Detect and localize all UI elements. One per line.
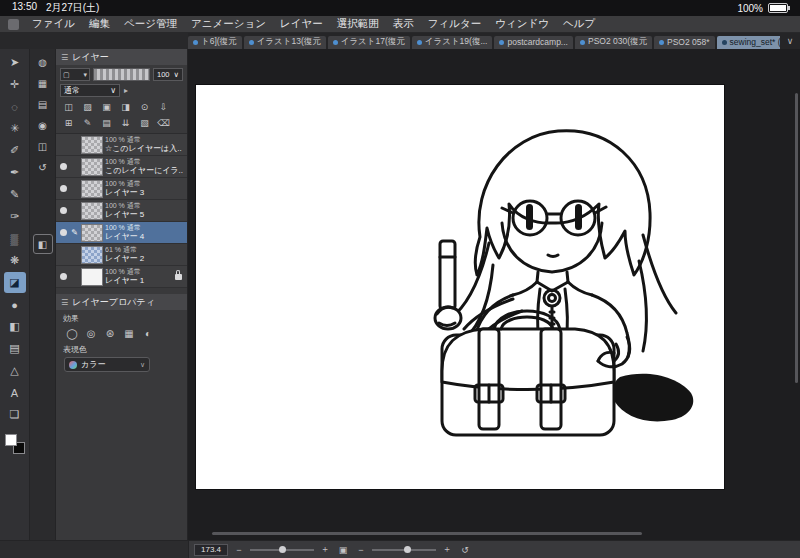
layer-thumbnail[interactable] <box>81 180 103 198</box>
layer-row[interactable]: 100 % 通常このレイヤーにイラ.. <box>56 156 187 178</box>
tone-effect-icon[interactable]: ◎ <box>83 326 99 340</box>
menu-item-8[interactable]: ウィンドウ <box>488 17 556 31</box>
visibility-toggle[interactable] <box>58 207 68 214</box>
document-tab-3[interactable]: イラスト19(復... <box>412 36 493 49</box>
pencil-tool[interactable]: ✎ <box>4 184 26 205</box>
layer-row[interactable]: 100 % 通常☆このレイヤーは入.. <box>56 134 187 156</box>
enable-mask-icon[interactable]: ◨ <box>117 100 134 114</box>
document-tab-1[interactable]: イラスト13(復元 <box>244 36 326 49</box>
app-menu-icon[interactable] <box>8 19 19 30</box>
text-tool[interactable]: A <box>4 382 26 403</box>
layer-thumbnail[interactable] <box>81 136 103 154</box>
tool-property-panel[interactable]: ◫ <box>33 136 53 156</box>
eraser-tool[interactable]: ◪ <box>4 272 26 293</box>
rotate-right-button[interactable]: ＋ <box>441 543 453 556</box>
fill-tool[interactable]: ◧ <box>4 316 26 337</box>
menu-item-6[interactable]: 表示 <box>386 17 421 31</box>
expression-color-dropdown[interactable]: カラー ∨ <box>64 357 150 372</box>
transfer-down-icon[interactable]: ⇩ <box>155 100 172 114</box>
panel-menu-icon[interactable]: ☰ <box>61 298 68 307</box>
zoom-in-button[interactable]: ＋ <box>319 543 331 556</box>
foreground-color-swatch[interactable] <box>5 434 17 446</box>
figure-tool[interactable]: △ <box>4 360 26 381</box>
menu-item-2[interactable]: ページ管理 <box>117 17 184 31</box>
layer-opacity-field[interactable]: 100∨ <box>153 68 183 81</box>
fit-screen-icon[interactable]: ▣ <box>336 545 350 555</box>
rotation-slider[interactable] <box>372 549 436 551</box>
layer-row[interactable]: 100 % 通常レイヤー 5 <box>56 200 187 222</box>
panel-menu-icon[interactable]: ☰ <box>61 53 68 62</box>
visibility-toggle[interactable] <box>58 163 68 170</box>
move-tool[interactable]: ✛ <box>4 74 26 95</box>
layer-thumbnail[interactable] <box>81 202 103 220</box>
material-panel[interactable]: ◧ <box>33 234 53 254</box>
selection-tool[interactable]: ◌ <box>4 96 26 117</box>
pen-tool[interactable]: ✒ <box>4 162 26 183</box>
document-tab-5[interactable]: PSO2 030(復元 <box>575 36 652 49</box>
extract-line-icon[interactable]: ◐ <box>140 326 156 340</box>
layer-thumbnail[interactable] <box>81 268 103 286</box>
balloon-tool[interactable]: ❏ <box>4 404 26 425</box>
opacity-slider-strip[interactable] <box>93 68 150 81</box>
menu-item-4[interactable]: レイヤー <box>273 17 330 31</box>
clip-to-below-icon[interactable]: ◫ <box>60 100 77 114</box>
new-raster-layer-icon[interactable]: ⊞ <box>60 116 77 130</box>
new-folder-icon[interactable]: ▤ <box>98 116 115 130</box>
reset-rotation-icon[interactable]: ↺ <box>458 545 472 555</box>
merge-down-icon[interactable]: ⇊ <box>117 116 134 130</box>
visibility-toggle[interactable] <box>58 273 68 280</box>
menu-item-5[interactable]: 選択範囲 <box>330 17 386 31</box>
vertical-scrollbar[interactable] <box>795 93 798 383</box>
zoom-slider[interactable] <box>250 549 314 551</box>
color-set-panel[interactable]: ▦ <box>33 73 53 93</box>
lock-layer-icon[interactable]: ▣ <box>98 100 115 114</box>
menu-item-0[interactable]: ファイル <box>25 17 82 31</box>
border-effect-icon[interactable]: ◯ <box>64 326 80 340</box>
brush-tool[interactable]: ✑ <box>4 206 26 227</box>
lock-transparent-icon[interactable]: ▨ <box>79 100 96 114</box>
airbrush-tool[interactable]: ▒ <box>4 228 26 249</box>
subtool-panel[interactable]: ▤ <box>33 94 53 114</box>
layer-thumbnail[interactable] <box>81 158 103 176</box>
document-tab-4[interactable]: postcardcamp... <box>494 36 572 49</box>
canvas-area[interactable] <box>188 49 800 540</box>
layer-row[interactable]: ✎100 % 通常レイヤー 4 <box>56 222 187 244</box>
menu-item-7[interactable]: フィルター <box>421 17 488 31</box>
visibility-toggle[interactable] <box>58 185 68 192</box>
decoration-tool[interactable]: ❋ <box>4 250 26 271</box>
eyedropper-tool[interactable]: ✐ <box>4 140 26 161</box>
layer-thumbnail[interactable] <box>81 224 103 242</box>
delete-layer-icon[interactable]: ⌫ <box>155 116 172 130</box>
new-vector-layer-icon[interactable]: ✎ <box>79 116 96 130</box>
brush-size-panel[interactable]: ◉ <box>33 115 53 135</box>
layer-type-combo[interactable]: ▢▾ <box>60 68 90 81</box>
layer-row[interactable]: 100 % 通常レイヤー 3 <box>56 178 187 200</box>
expression-icon[interactable]: ▦ <box>121 326 137 340</box>
blend-mode-dropdown[interactable]: 通常∨ <box>60 84 120 97</box>
opacity-slider-icon[interactable]: ▸ <box>124 86 128 95</box>
document-tab-6[interactable]: PSO2 058* <box>654 36 715 49</box>
chevron-down-icon[interactable]: ∨ <box>780 36 800 46</box>
combine-icon[interactable]: ▧ <box>136 116 153 130</box>
document-tab-0[interactable]: ト6](復元 <box>188 36 242 49</box>
rotate-left-button[interactable]: − <box>355 545 367 555</box>
reference-layer-icon[interactable]: ⊙ <box>136 100 153 114</box>
layer-color-icon[interactable]: ⊛ <box>102 326 118 340</box>
zoom-out-button[interactable]: − <box>233 545 245 555</box>
menu-item-9[interactable]: ヘルプ <box>556 17 602 31</box>
color-wheel-panel[interactable]: ◍ <box>33 52 53 72</box>
menu-item-3[interactable]: アニメーション <box>184 17 273 31</box>
gradient-tool[interactable]: ▤ <box>4 338 26 359</box>
document-tab-7[interactable]: sewing_set* (1130 x 661px 350dpi 173.4%) <box>717 36 780 49</box>
visibility-toggle[interactable] <box>58 229 68 236</box>
history-panel[interactable]: ↺ <box>33 157 53 177</box>
layer-row[interactable]: 61 % 通常レイヤー 2 <box>56 244 187 266</box>
layer-thumbnail[interactable] <box>81 246 103 264</box>
document-tab-2[interactable]: イラスト17(復元 <box>328 36 410 49</box>
horizontal-scrollbar[interactable] <box>212 532 642 535</box>
zoom-value[interactable]: 173.4 <box>194 544 228 556</box>
blend-tool[interactable]: ● <box>4 294 26 315</box>
operation-tool[interactable]: ➤ <box>4 52 26 73</box>
document-canvas[interactable] <box>196 85 724 489</box>
menu-item-1[interactable]: 編集 <box>82 17 117 31</box>
